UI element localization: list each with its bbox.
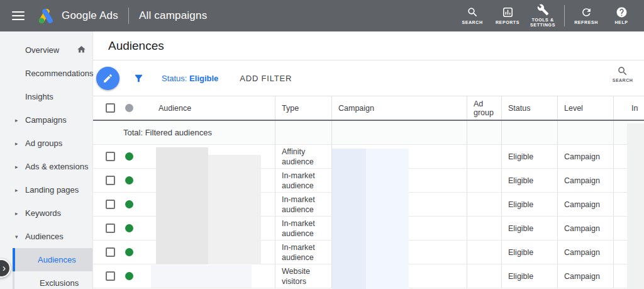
cell-ad-group	[467, 169, 501, 192]
edit-audiences-button[interactable]	[96, 67, 119, 90]
help-icon	[616, 6, 628, 18]
expand-arrow-icon: ▸	[15, 140, 18, 147]
table-body: Affinity audience Eligible Campaign In-m…	[93, 145, 644, 288]
header-ad-group[interactable]: Ad group	[467, 96, 501, 120]
sidebar-item-landing-pages[interactable]: ▸ Landing pages	[0, 178, 92, 201]
sidebar-subitem-label: Audiences	[38, 255, 76, 264]
row-checkbox[interactable]	[106, 247, 115, 257]
top-app-bar: Google Ads All campaigns SEARCH REPORTS …	[0, 0, 644, 31]
column-label: Audience	[158, 104, 191, 113]
cell-impressions	[613, 193, 644, 216]
cell-type: In-market audience	[275, 241, 331, 264]
table-row[interactable]: In-market audience Eligible Campaign	[93, 217, 644, 241]
row-checkbox[interactable]	[106, 176, 115, 185]
table-row[interactable]: In-market audience Eligible Campaign	[93, 241, 644, 264]
cell-impressions	[613, 264, 644, 288]
row-checkbox[interactable]	[106, 224, 115, 233]
cell-level: Campaign	[557, 217, 613, 240]
table-search-button[interactable]: SEARCH	[609, 65, 636, 82]
table-row[interactable]: Website visitors Eligible Campaign	[93, 264, 644, 288]
row-checkbox[interactable]	[106, 152, 115, 161]
funnel-icon	[133, 73, 144, 84]
sidebar-item-label: Insights	[25, 92, 53, 101]
total-row: Total: Filtered audiences	[93, 121, 644, 145]
cell-type: Affinity audience	[275, 145, 331, 168]
cell-status: Eligible	[501, 145, 557, 168]
audience-cell	[93, 217, 275, 240]
help-button-label: HELP	[614, 20, 628, 25]
product-name: Google Ads	[62, 9, 118, 22]
topbar-actions: SEARCH REPORTS TOOLS & SETTINGS REFRESH …	[455, 0, 639, 31]
table-search-label: SEARCH	[613, 78, 633, 82]
sidebar-item-insights[interactable]: Insights	[0, 85, 92, 108]
sidebar-subitem-audiences[interactable]: Audiences	[13, 248, 92, 271]
header-impressions[interactable]: In	[613, 96, 644, 120]
cell-impressions	[613, 241, 644, 264]
product-name-text: Google Ads	[62, 9, 118, 21]
row-checkbox[interactable]	[106, 200, 115, 209]
empty-cell	[613, 121, 644, 144]
cell-status: Eligible	[501, 217, 557, 240]
expand-arrow-icon: ▸	[15, 210, 18, 217]
row-checkbox[interactable]	[106, 271, 115, 281]
home-icon	[77, 45, 86, 56]
enabled-status-dot-icon	[125, 224, 133, 232]
menu-button[interactable]	[0, 0, 36, 31]
sidebar-subitem-label: Exclusions	[40, 278, 79, 288]
refresh-icon	[580, 6, 592, 18]
table-row[interactable]: Affinity audience Eligible Campaign	[93, 145, 644, 169]
search-icon	[467, 6, 479, 18]
cell-impressions	[613, 217, 644, 240]
status-filter-chip[interactable]: Status: Eligible	[162, 74, 218, 83]
refresh-button[interactable]: REFRESH	[569, 0, 604, 31]
sidebar-item-ads-extensions[interactable]: ▸ Ads & extensions	[0, 155, 92, 178]
sidebar-item-ad-groups[interactable]: ▸ Ad groups	[0, 132, 92, 155]
help-button[interactable]: HELP	[604, 0, 639, 31]
pencil-icon	[103, 73, 113, 84]
status-filter-value: Eligible	[189, 74, 218, 83]
select-all-checkbox[interactable]	[106, 103, 115, 113]
page-title: Audiences	[108, 39, 164, 53]
cell-status: Eligible	[501, 193, 557, 216]
header-type[interactable]: Type	[275, 96, 331, 120]
hamburger-icon	[12, 9, 25, 23]
campaign-scope-title: All campaigns	[139, 9, 207, 22]
filter-button[interactable]	[133, 73, 144, 84]
collapse-arrow-icon: ▾	[15, 234, 18, 240]
cell-level: Campaign	[557, 241, 613, 264]
sidebar-item-audiences[interactable]: ▾ Audiences	[0, 225, 92, 248]
refresh-button-label: REFRESH	[574, 20, 598, 25]
cell-level: Campaign	[557, 169, 613, 192]
tools-settings-button[interactable]: TOOLS & SETTINGS	[525, 0, 560, 31]
header-campaign[interactable]: Campaign	[331, 96, 467, 120]
sidebar-item-recommendations[interactable]: Recommendations	[0, 62, 92, 85]
search-button-label: SEARCH	[462, 20, 482, 25]
expand-arrow-icon: ▸	[15, 117, 18, 123]
cell-ad-group	[467, 264, 501, 288]
filter-toolbar: Status: Eligible ADD FILTER SEARCH	[93, 60, 644, 96]
sidebar-item-campaigns[interactable]: ▸ Campaigns	[0, 108, 92, 132]
audience-cell	[93, 264, 275, 288]
sidebar-item-keywords[interactable]: ▸ Keywords	[0, 201, 92, 225]
page-header: Audiences	[93, 31, 644, 60]
header-status[interactable]: Status	[501, 96, 557, 120]
reports-button[interactable]: REPORTS	[490, 0, 525, 31]
enabled-status-dot-icon	[125, 176, 133, 184]
reports-button-label: REPORTS	[496, 20, 519, 25]
search-button[interactable]: SEARCH	[455, 0, 490, 31]
audience-cell	[93, 241, 275, 264]
cell-campaign	[331, 193, 467, 216]
sidebar-subitem-exclusions[interactable]: Exclusions	[13, 271, 92, 289]
table-row[interactable]: In-market audience Eligible Campaign	[93, 169, 644, 193]
header-level[interactable]: Level	[557, 96, 613, 120]
table-row[interactable]: In-market audience Eligible Campaign	[93, 193, 644, 217]
google-ads-logo-icon	[36, 7, 55, 25]
collapse-panel-button[interactable]: ›	[0, 259, 11, 278]
table-header-row: Audience Type Campaign Ad group Status L…	[93, 96, 644, 121]
sidebar-item-overview[interactable]: Overview	[0, 38, 92, 62]
topbar-actions-divider	[564, 5, 565, 26]
add-filter-button[interactable]: ADD FILTER	[240, 74, 292, 83]
left-nav: Overview Recommendations Insights ▸ Camp…	[0, 31, 93, 289]
sidebar-item-label: Landing pages	[25, 185, 79, 195]
expand-arrow-icon: ▸	[15, 187, 18, 193]
